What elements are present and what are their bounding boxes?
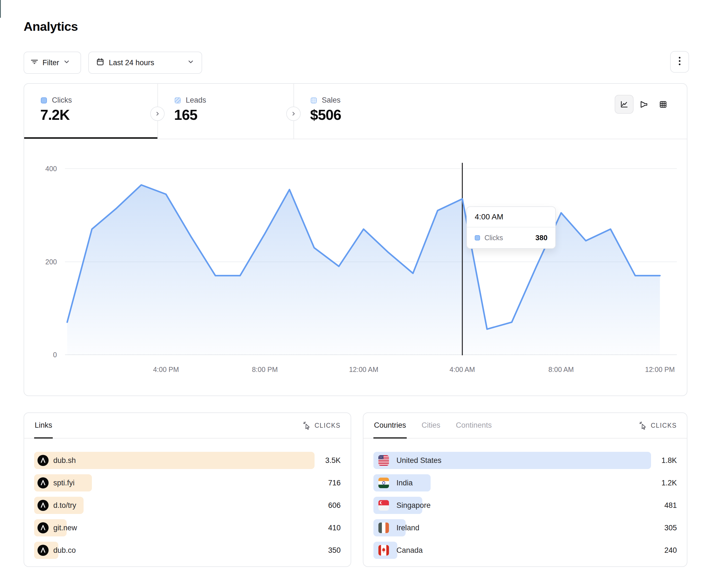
link-clicks-value: 606 [328, 497, 341, 514]
filter-button[interactable]: Filter [24, 51, 81, 74]
x-axis-tick: 4:00 PM [138, 366, 194, 374]
sales-value: $506 [310, 107, 341, 123]
country-row[interactable]: United States 1.8K [373, 452, 677, 469]
y-axis-tick: 200 [26, 258, 57, 266]
leads-legend-icon [175, 97, 181, 104]
country-row[interactable]: India 1.2K [373, 474, 677, 492]
link-row[interactable]: d.to/try 606 [34, 497, 341, 514]
page-title: Analytics [24, 19, 78, 34]
countries-metric-label: CLICKS [651, 422, 677, 429]
tab-cities[interactable]: Cities [421, 413, 441, 438]
more-menu-button[interactable] [670, 51, 689, 73]
country-clicks-value: 1.8K [661, 452, 677, 469]
link-label: d.to/try [53, 501, 76, 510]
clicks-legend-icon [475, 235, 480, 241]
links-panel-header: Links CLICKS [24, 413, 351, 438]
dub-logo-icon [38, 477, 48, 489]
links-panel: Links CLICKS dub.sh 3.5K [24, 412, 351, 567]
link-clicks-value: 350 [328, 542, 341, 559]
link-row[interactable]: git.new 410 [34, 519, 341, 537]
dub-logo-icon [38, 455, 48, 466]
cursor-click-icon [639, 421, 647, 430]
clicks-value: 7.2K [40, 107, 70, 123]
x-axis-tick: 4:00 AM [434, 366, 490, 374]
x-axis-tick: 8:00 PM [237, 366, 293, 374]
tab-countries[interactable]: Countries [373, 413, 407, 438]
tooltip-value: 380 [536, 233, 547, 242]
calendar-icon [96, 58, 104, 68]
dub-logo-icon [38, 500, 48, 511]
tab-links[interactable]: Links [34, 413, 53, 438]
x-axis-tick: 12:00 AM [336, 366, 391, 374]
tab-sales[interactable]: Sales $506 [294, 84, 430, 139]
tab-clicks[interactable]: Clicks 7.2K [24, 84, 157, 139]
chevron-right-icon [290, 110, 297, 117]
line-chart-icon [619, 99, 629, 109]
date-range-button[interactable]: Last 24 hours [88, 51, 202, 74]
country-label: Canada [396, 546, 423, 555]
chevron-down-icon [187, 58, 194, 67]
chevron-down-icon [63, 58, 70, 67]
leads-value: 165 [174, 107, 197, 123]
links-metric-label: CLICKS [315, 422, 341, 429]
sales-tab-label: Sales [322, 96, 341, 105]
country-row[interactable]: Canada 240 [373, 542, 677, 559]
chart-area-fill [67, 185, 660, 355]
link-clicks-value: 3.5K [325, 452, 341, 469]
cursor-click-icon [303, 421, 311, 430]
tooltip-time: 4:00 AM [467, 207, 555, 227]
country-row[interactable]: Singapore 481 [373, 497, 677, 514]
chevron-right-icon [154, 110, 161, 117]
link-label: dub.co [53, 546, 76, 555]
country-label: India [396, 479, 413, 487]
funnel-chart-icon [639, 99, 649, 109]
stats-row: Clicks 7.2K Leads 165 Sales $506 [24, 84, 687, 139]
chart-tooltip: 4:00 AM Clicks 380 [467, 206, 556, 249]
countries-panel: Countries Cities Continents CLICKS [363, 412, 687, 567]
link-clicks-value: 716 [328, 474, 341, 492]
clicks-legend-icon [41, 97, 47, 104]
view-toggle-line-chart[interactable] [615, 95, 633, 114]
singapore-flag-icon [379, 500, 389, 511]
tooltip-series-label: Clicks [484, 234, 503, 242]
ireland-flag-icon [379, 523, 389, 533]
analytics-card: Clicks 7.2K Leads 165 Sales $506 [24, 83, 687, 396]
link-label: git.new [53, 524, 77, 532]
tab-continents-label: Continents [456, 421, 492, 430]
tab-cities-label: Cities [422, 421, 440, 430]
tab-continents[interactable]: Continents [455, 413, 492, 438]
country-clicks-value: 481 [664, 497, 677, 514]
link-label: spti.fyi [53, 479, 75, 487]
x-axis-tick: 8:00 AM [533, 366, 589, 374]
country-label: United States [396, 456, 441, 465]
link-row[interactable]: dub.co 350 [34, 542, 341, 559]
country-clicks-value: 1.2K [661, 474, 677, 492]
tab-links-label: Links [35, 421, 52, 430]
link-row[interactable]: dub.sh 3.5K [34, 452, 341, 469]
y-axis-tick: 400 [26, 164, 57, 173]
link-row[interactable]: spti.fyi 716 [34, 474, 341, 492]
dub-logo-icon [38, 545, 48, 556]
expand-leads-button[interactable] [150, 107, 165, 121]
link-label: dub.sh [53, 456, 76, 465]
active-tab-underline [24, 137, 157, 139]
india-flag-icon [379, 478, 389, 488]
links-metric-selector[interactable]: CLICKS [303, 413, 341, 438]
countries-panel-header: Countries Cities Continents CLICKS [363, 413, 687, 438]
country-row[interactable]: Ireland 305 [373, 519, 677, 537]
clicks-time-series-chart[interactable]: 400 200 0 4:00 PM 8:00 PM 12:00 AM 4:00 … [24, 139, 687, 396]
tab-countries-label: Countries [374, 421, 406, 430]
country-clicks-value: 305 [664, 519, 677, 537]
clicks-tab-label: Clicks [52, 96, 72, 105]
view-toggle-table[interactable] [653, 95, 672, 114]
countries-metric-selector[interactable]: CLICKS [639, 413, 677, 438]
expand-sales-button[interactable] [286, 107, 301, 121]
tab-leads[interactable]: Leads 165 [158, 84, 294, 139]
links-list: dub.sh 3.5K spti.fyi 716 d.t [34, 438, 341, 564]
canada-flag-icon [379, 545, 389, 556]
view-toggle-funnel-chart[interactable] [634, 95, 653, 114]
dub-logo-icon [38, 522, 48, 533]
country-label: Singapore [396, 501, 431, 510]
filter-button-label: Filter [42, 59, 59, 67]
filter-icon [30, 58, 39, 68]
